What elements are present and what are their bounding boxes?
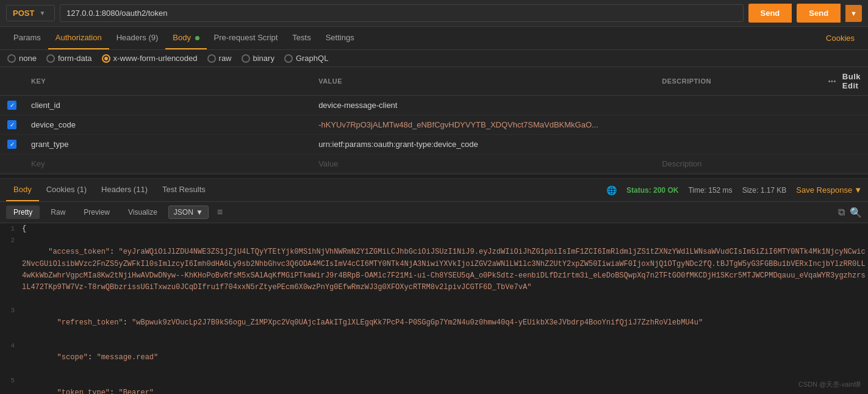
row2-description[interactable] (655, 115, 821, 135)
response-tab-body[interactable]: Body (6, 179, 39, 201)
radio-form-data[interactable]: form-data (46, 54, 92, 63)
radio-binary-circle (242, 54, 250, 63)
empty-value[interactable]: Value (311, 154, 655, 174)
response-status-bar: 🌐 Status: 200 OK Time: 152 ms Size: 1.17… (606, 185, 862, 195)
radio-raw[interactable]: raw (207, 54, 232, 63)
globe-icon: 🌐 (606, 185, 617, 195)
code-line-5: 5 "token_type": "Bearer" (0, 375, 868, 394)
tab-body[interactable]: Body (165, 27, 206, 49)
format-dropdown[interactable]: JSON ▼ (168, 206, 209, 219)
section-divider (0, 174, 868, 179)
format-btn-visualize[interactable]: Visualize (121, 206, 165, 219)
th-actions: ••• Bulk Edit (821, 67, 868, 96)
format-bar: Pretty Raw Preview Visualize JSON ▼ ≡ ⧉ … (0, 202, 868, 223)
table-row: grant_type urn:ietf:params:oauth:grant-t… (0, 135, 868, 154)
tab-tests[interactable]: Tests (285, 27, 318, 49)
save-response-chevron-icon: ▼ (854, 185, 862, 195)
radio-urlencoded-circle (102, 54, 110, 63)
row1-value[interactable]: device-message-client (311, 96, 655, 115)
request-tab-bar: Params Authorization Headers (9) Body Pr… (0, 27, 868, 50)
url-bar: POST ▼ Send Send ▼ (0, 0, 868, 27)
row2-value[interactable]: -hKYUv7RpO3jALMTw48d_eNBfCgvHDYVYTB_XDQV… (311, 115, 655, 135)
row1-checkbox[interactable] (7, 101, 16, 110)
more-options-icon[interactable]: ••• (828, 77, 836, 85)
row3-description[interactable] (655, 135, 821, 154)
tab-headers[interactable]: Headers (9) (109, 27, 166, 49)
search-icon[interactable]: 🔍 (850, 207, 862, 218)
row1-key[interactable]: client_id (24, 96, 311, 115)
th-description: DESCRIPTION (655, 67, 821, 96)
time-info: Time: 152 ms (688, 186, 732, 195)
url-input[interactable] (60, 4, 744, 22)
radio-form-data-circle (46, 54, 55, 63)
code-line-1: 1 { (0, 223, 868, 235)
format-chevron-icon: ▼ (196, 208, 203, 217)
radio-graphql-circle (284, 54, 293, 63)
format-icon-group: ⧉ 🔍 (838, 207, 862, 218)
code-area: 1 { 2 "access_token": "eyJraWQiOiJlZDU4N… (0, 223, 868, 394)
send-button-main[interactable]: Send (797, 4, 841, 23)
tab-params[interactable]: Params (6, 27, 48, 49)
th-checkbox (0, 67, 24, 96)
tab-authorization[interactable]: Authorization (48, 27, 109, 49)
empty-key[interactable]: Key (24, 154, 311, 174)
response-tab-bar: Body Cookies (1) Headers (11) Test Resul… (0, 179, 868, 202)
size-info: Size: 1.17 KB (742, 186, 787, 195)
bulk-edit-button[interactable]: Bulk Edit (842, 72, 861, 90)
format-btn-raw[interactable]: Raw (43, 206, 73, 219)
row1-description[interactable] (655, 96, 821, 115)
table-row: client_id device-message-client (0, 96, 868, 115)
th-key: KEY (24, 67, 311, 96)
response-tab-headers[interactable]: Headers (11) (94, 179, 155, 201)
radio-raw-circle (207, 54, 216, 63)
row2-checkbox[interactable] (7, 120, 16, 129)
code-line-2: 2 "access_token": "eyJraWQiOiJlZDU4NWE3Z… (0, 235, 868, 305)
radio-binary[interactable]: binary (242, 54, 274, 63)
send-button[interactable]: Send (748, 4, 792, 23)
cookies-link[interactable]: Cookies (819, 27, 862, 49)
code-line-3: 3 "refresh_token": "wBpwuk9zVOucLp2J7B9k… (0, 305, 868, 340)
body-type-bar: none form-data x-www-form-urlencoded raw… (0, 50, 868, 67)
empty-description[interactable]: Description (655, 154, 821, 174)
radio-none[interactable]: none (7, 54, 37, 63)
tab-pre-request[interactable]: Pre-request Script (207, 27, 285, 49)
response-tab-test-results[interactable]: Test Results (155, 179, 213, 201)
method-select[interactable]: POST ▼ (6, 5, 55, 21)
row2-key[interactable]: device_code (24, 115, 311, 135)
save-response-button[interactable]: Save Response ▼ (796, 185, 862, 195)
table-empty-row: Key Value Description (0, 154, 868, 174)
radio-graphql[interactable]: GraphQL (284, 54, 328, 63)
format-btn-preview[interactable]: Preview (76, 206, 117, 219)
body-dot-indicator (195, 36, 199, 40)
code-line-4: 4 "scope": "message.read" (0, 340, 868, 376)
copy-icon[interactable]: ⧉ (838, 207, 845, 218)
row3-checkbox[interactable] (7, 140, 16, 149)
watermark: CSDN @天垄-vain绑 (798, 380, 861, 389)
th-value: VALUE (311, 67, 655, 96)
response-tab-cookies[interactable]: Cookies (1) (39, 179, 94, 201)
tab-settings[interactable]: Settings (318, 27, 362, 49)
radio-none-circle (7, 54, 16, 63)
format-btn-pretty[interactable]: Pretty (6, 206, 40, 219)
row3-value[interactable]: urn:ietf:params:oauth:grant-type:device_… (311, 135, 655, 154)
params-table: KEY VALUE DESCRIPTION ••• Bulk Edit clie… (0, 67, 868, 174)
format-icon-lines[interactable]: ≡ (217, 207, 223, 218)
send-dropdown-button[interactable]: ▼ (845, 5, 862, 22)
table-row: device_code -hKYUv7RpO3jALMTw48d_eNBfCgv… (0, 115, 868, 135)
method-chevron-icon: ▼ (39, 10, 45, 16)
row3-key[interactable]: grant_type (24, 135, 311, 154)
method-text: POST (13, 9, 34, 18)
radio-urlencoded[interactable]: x-www-form-urlencoded (102, 54, 198, 63)
status-badge: Status: 200 OK (626, 186, 678, 195)
